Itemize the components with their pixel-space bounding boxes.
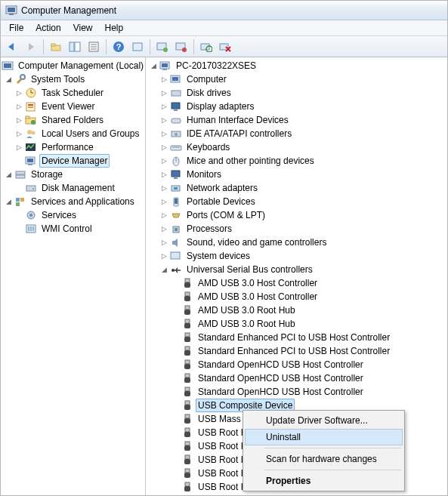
services-apps-icon xyxy=(14,196,26,208)
device-item[interactable]: Standard OpenHCD USB Host Controller xyxy=(147,385,447,399)
computer-icon xyxy=(170,73,182,85)
menu-action[interactable]: Action xyxy=(30,21,66,35)
expand-icon[interactable]: ▷ xyxy=(159,198,169,205)
usb-device-icon xyxy=(181,291,193,303)
tree-node-system-tools[interactable]: ◢ System Tools xyxy=(1,72,145,86)
svg-rect-95 xyxy=(185,414,190,418)
svg-point-47 xyxy=(29,214,32,217)
expand-icon[interactable]: ▷ xyxy=(159,225,169,233)
properties-button[interactable] xyxy=(85,39,102,55)
svg-rect-75 xyxy=(185,279,190,282)
device-item[interactable]: AMD USB 3.0 Host Controller xyxy=(147,290,447,303)
device-category-mice[interactable]: ▷Mice and other pointing devices xyxy=(147,154,447,168)
expand-icon[interactable]: ▷ xyxy=(159,103,169,110)
forward-button[interactable] xyxy=(23,39,39,55)
device-category-processors[interactable]: ▷Processors xyxy=(147,222,447,236)
device-category-disk-drives[interactable]: ▷Disk drives xyxy=(147,86,447,100)
tree-node-services[interactable]: Services xyxy=(1,208,145,222)
device-category-keyboards[interactable]: ▷Keyboards xyxy=(147,140,447,154)
device-category-ports[interactable]: ▷Ports (COM & LPT) xyxy=(147,208,447,222)
computer-icon xyxy=(159,60,171,72)
svg-point-15 xyxy=(163,48,168,52)
device-item[interactable]: AMD USB 3.0 Host Controller xyxy=(147,276,447,290)
tree-node-shared-folders[interactable]: ▷ Shared Folders xyxy=(1,113,145,127)
expand-icon[interactable]: ▷ xyxy=(159,75,169,83)
menu-view[interactable]: View xyxy=(68,21,98,35)
help-button[interactable]: ? xyxy=(110,39,127,55)
expand-icon[interactable]: ▷ xyxy=(159,252,169,260)
collapse-icon[interactable]: ◢ xyxy=(4,171,14,178)
usb-device-icon xyxy=(181,481,193,493)
usb-device-icon xyxy=(181,331,193,344)
collapse-icon[interactable]: ◢ xyxy=(159,266,169,273)
tree-node-local-users[interactable]: ▷ Local Users and Groups xyxy=(1,127,145,140)
expand-icon[interactable]: ▷ xyxy=(159,116,169,124)
svg-point-33 xyxy=(27,130,32,134)
tree-node-root[interactable]: Computer Management (Local) xyxy=(1,59,145,72)
tree-node-performance[interactable]: ▷ Performance xyxy=(1,140,145,154)
tree-node-task-scheduler[interactable]: ▷ Task Scheduler xyxy=(1,86,145,100)
expand-icon[interactable]: ▷ xyxy=(159,171,169,178)
ctx-scan-hardware[interactable]: Scan for hardware changes xyxy=(245,451,403,467)
device-node-root[interactable]: ◢ PC-20170322XSES xyxy=(147,59,447,72)
device-item[interactable]: Standard Enhanced PCI to USB Host Contro… xyxy=(147,331,447,344)
svg-rect-105 xyxy=(185,482,190,486)
expand-icon[interactable]: ▷ xyxy=(14,116,24,124)
device-category-computer[interactable]: ▷Computer xyxy=(147,72,447,86)
ctx-properties[interactable]: Properties xyxy=(245,473,403,489)
expand-icon[interactable]: ▷ xyxy=(159,143,169,151)
device-item[interactable]: Standard OpenHCD USB Host Controller xyxy=(147,371,447,385)
device-category-usb[interactable]: ◢Universal Serial Bus controllers xyxy=(147,263,447,276)
collapse-icon[interactable]: ◢ xyxy=(4,75,14,83)
tree-node-device-manager[interactable]: Device Manager xyxy=(1,154,145,168)
ctx-update-driver[interactable]: Update Driver Software... xyxy=(245,412,403,429)
scan-hardware-button[interactable] xyxy=(198,39,215,55)
svg-rect-81 xyxy=(185,319,190,323)
tree-node-disk-mgmt[interactable]: Disk Management xyxy=(1,181,145,195)
collapse-icon[interactable]: ◢ xyxy=(149,62,159,69)
back-button[interactable] xyxy=(4,39,20,55)
expand-icon[interactable]: ▷ xyxy=(159,211,169,219)
expand-icon[interactable]: ▷ xyxy=(159,130,169,137)
tree-node-storage[interactable]: ◢ Storage xyxy=(1,168,145,181)
tree-node-services-apps[interactable]: ◢ Services and Applications xyxy=(1,195,145,208)
device-item[interactable]: AMD USB 3.0 Root Hub xyxy=(147,317,447,331)
device-category-sound[interactable]: ▷Sound, video and game controllers xyxy=(147,236,447,249)
menu-file[interactable]: File xyxy=(4,21,29,35)
collapse-icon[interactable]: ◢ xyxy=(4,198,14,205)
device-category-network[interactable]: ▷Network adapters xyxy=(147,181,447,195)
toolbar-button[interactable] xyxy=(129,39,146,55)
show-hide-tree-button[interactable] xyxy=(66,39,83,55)
svg-point-17 xyxy=(182,48,187,52)
device-category-hid[interactable]: ▷Human Interface Devices xyxy=(147,113,447,127)
expand-icon[interactable]: ▷ xyxy=(159,157,169,165)
expand-icon[interactable]: ▷ xyxy=(159,239,169,246)
menu-help[interactable]: Help xyxy=(100,21,129,35)
device-item[interactable]: AMD USB 3.0 Root Hub xyxy=(147,303,447,317)
network-icon xyxy=(170,182,182,194)
up-button[interactable] xyxy=(48,39,64,55)
toolbar-button[interactable] xyxy=(154,39,171,55)
expand-icon[interactable]: ▷ xyxy=(14,143,24,151)
expand-icon[interactable]: ▷ xyxy=(159,89,169,97)
device-item[interactable]: Standard OpenHCD USB Host Controller xyxy=(147,358,447,371)
expand-icon[interactable]: ▷ xyxy=(14,89,24,97)
device-category-monitors[interactable]: ▷Monitors xyxy=(147,168,447,181)
tree-node-event-viewer[interactable]: ▷ Event Viewer xyxy=(1,100,145,113)
device-category-portable[interactable]: ▷Portable Devices xyxy=(147,195,447,208)
expand-icon[interactable]: ▷ xyxy=(14,130,24,137)
device-category-ide[interactable]: ▷IDE ATA/ATAPI controllers xyxy=(147,127,447,140)
svg-rect-67 xyxy=(174,187,178,189)
device-category-display[interactable]: ▷Display adapters xyxy=(147,100,447,113)
expand-icon[interactable]: ▷ xyxy=(14,103,24,110)
device-item[interactable]: Standard Enhanced PCI to USB Host Contro… xyxy=(147,344,447,358)
device-category-system[interactable]: ▷System devices xyxy=(147,249,447,263)
svg-rect-79 xyxy=(185,306,190,310)
toolbar-button[interactable] xyxy=(217,39,233,55)
expand-icon[interactable]: ▷ xyxy=(159,184,169,192)
tree-node-wmi[interactable]: WMI Control xyxy=(1,222,145,236)
wmi-icon xyxy=(25,223,37,235)
ctx-uninstall[interactable]: Uninstall xyxy=(245,429,403,445)
toolbar-button[interactable] xyxy=(173,39,190,55)
svg-rect-64 xyxy=(171,171,180,177)
